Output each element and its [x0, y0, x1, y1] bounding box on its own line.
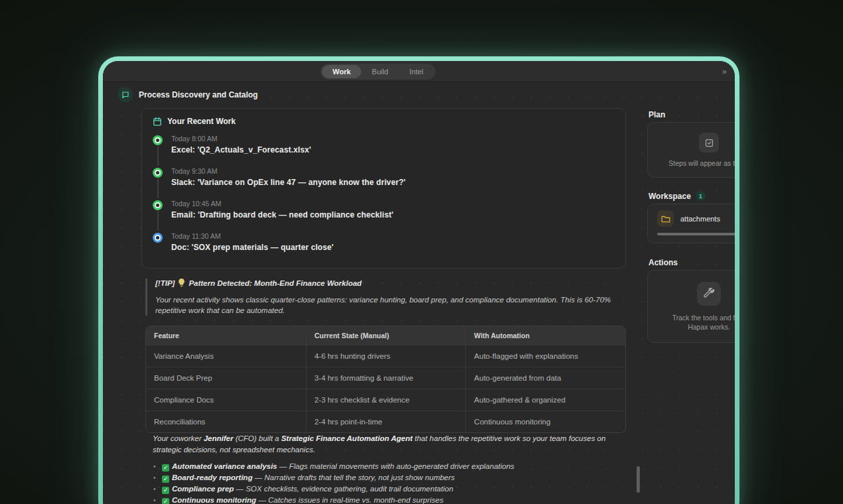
- table-cell: Compliance Docs: [146, 389, 306, 410]
- table-cell: 2-3 hrs checklist & evidence: [306, 389, 466, 410]
- feature-item: ✓Automated variance analysis — Flags mat…: [153, 461, 629, 472]
- table-row: Variance Analysis 4-6 hrs hunting driver…: [146, 345, 625, 367]
- plan-section-label: Plan: [649, 110, 665, 119]
- recent-work-title: Your Recent Work: [167, 117, 236, 126]
- timeline-timestamp: Today 10:45 AM: [171, 200, 394, 208]
- table-row: Board Deck Prep 3-4 hrs formatting & nar…: [146, 367, 625, 389]
- feature-item: ✓Board-ready reporting — Narrative draft…: [153, 472, 629, 483]
- check-icon: ✓: [162, 498, 169, 504]
- timeline-item: Today 9:30 AM Slack: 'Variance on OpEx l…: [153, 167, 615, 200]
- chat-bubble-icon: [117, 87, 133, 102]
- workspace-file-name: attachments: [680, 215, 720, 223]
- table-cell: Auto-generated from data: [465, 367, 625, 389]
- actions-section-label: Actions: [649, 258, 678, 267]
- collapse-panel-icon[interactable]: »: [722, 66, 727, 78]
- table-row: Reconciliations 2-4 hrs point-in-time Co…: [146, 410, 625, 432]
- timeline-activity: Email: 'Drafting board deck — need compl…: [171, 210, 394, 220]
- window-body: Work Build Intel » Process Discovery and…: [103, 61, 735, 504]
- timeline-done-icon: [153, 200, 163, 210]
- plan-empty-text: Steps will appear as tasks: [668, 159, 735, 167]
- timeline-activity: Doc: 'SOX prep materials — quarter close…: [171, 243, 334, 252]
- table-cell: Continuous monitoring: [465, 411, 625, 432]
- timeline-timestamp: Today 8:00 AM: [171, 135, 311, 143]
- table-cell: Variance Analysis: [146, 346, 306, 367]
- main-content: Process Discovery and Catalog Your Recen…: [103, 82, 735, 504]
- task-check-icon: [699, 133, 719, 153]
- page-header: Process Discovery and Catalog: [117, 87, 258, 102]
- tip-label: [!TIP]: [155, 279, 175, 287]
- timeline-activity: Excel: 'Q2_Actuals_v_Forecast.xlsx': [171, 145, 311, 155]
- lightbulb-icon: [178, 279, 185, 287]
- tip-title: Pattern Detected: Month-End Finance Work…: [189, 279, 361, 287]
- table-row: Compliance Docs 2-3 hrs checklist & evid…: [146, 389, 625, 410]
- recent-work-card: Your Recent Work Today 8:00 AM Excel: 'Q…: [141, 108, 626, 269]
- table-cell: 3-4 hrs formatting & narrative: [306, 367, 466, 389]
- table-cell: Board Deck Prep: [146, 367, 306, 389]
- check-icon: ✓: [162, 475, 169, 483]
- table-cell: 2-4 hrs point-in-time: [306, 411, 466, 432]
- coworker-paragraph: Your coworker Jennifer (CFO) built a Str…: [153, 433, 627, 456]
- timeline-item: Today 8:00 AM Excel: 'Q2_Actuals_v_Forec…: [153, 135, 615, 167]
- mode-tabs: Work Build Intel: [321, 64, 435, 80]
- table-cell: 4-6 hrs hunting drivers: [306, 346, 466, 367]
- workspace-count-badge: 1: [696, 191, 706, 201]
- workspace-scrollbar[interactable]: [657, 233, 735, 235]
- timeline-current-icon: [153, 233, 163, 243]
- timeline-item: Today 10:45 AM Email: 'Drafting board de…: [153, 200, 615, 232]
- table-cell: Auto-flagged with explanations: [465, 346, 625, 367]
- workspace-file-row[interactable]: attachments: [657, 210, 735, 227]
- column-header: Feature: [146, 326, 306, 345]
- workspace-card: attachments: [647, 204, 735, 243]
- timeline-done-icon: [153, 168, 163, 178]
- tab-intel[interactable]: Intel: [399, 65, 434, 78]
- workspace-section-label: Workspace 1: [649, 191, 706, 201]
- app-window: Work Build Intel » Process Discovery and…: [98, 56, 739, 504]
- timeline-done-icon: [153, 135, 163, 145]
- wrench-icon: [697, 282, 721, 306]
- feature-list: ✓Automated variance analysis — Flags mat…: [153, 461, 629, 504]
- folder-icon: [657, 210, 674, 227]
- tip-body: Your recent activity shows classic quart…: [155, 294, 626, 316]
- timeline-timestamp: Today 9:30 AM: [171, 167, 406, 175]
- tab-build[interactable]: Build: [361, 65, 398, 78]
- automation-table: Feature Current State (Manual) With Auto…: [145, 326, 626, 433]
- calendar-icon: [153, 117, 162, 126]
- tab-work[interactable]: Work: [322, 65, 361, 78]
- check-icon: ✓: [162, 487, 169, 494]
- timeline-timestamp: Today 11:30 AM: [171, 232, 334, 240]
- check-icon: ✓: [162, 464, 169, 472]
- timeline-item: Today 11:30 AM Doc: 'SOX prep materials …: [153, 232, 615, 252]
- column-header: Current State (Manual): [306, 326, 466, 345]
- chat-scrollbar[interactable]: [637, 466, 640, 493]
- page-title: Process Discovery and Catalog: [139, 90, 258, 99]
- table-cell: Auto-gathered & organized: [465, 389, 625, 410]
- actions-card: Track the tools and files Hapax works.: [647, 270, 735, 343]
- feature-item: ✓Continuous monitoring — Catches issues …: [153, 495, 629, 504]
- window-topbar: Work Build Intel »: [103, 61, 735, 82]
- tip-callout: [!TIP] Pattern Detected: Month-End Finan…: [145, 279, 626, 316]
- plan-card: Steps will appear as tasks: [647, 122, 735, 178]
- table-cell: Reconciliations: [146, 411, 306, 432]
- table-header-row: Feature Current State (Manual) With Auto…: [146, 326, 625, 345]
- feature-item: ✓Compliance prep — SOX checklists, evide…: [153, 483, 629, 495]
- actions-empty-text: Track the tools and files Hapax works.: [672, 313, 735, 332]
- column-header: With Automation: [465, 326, 625, 345]
- timeline-activity: Slack: 'Variance on OpEx line 47 — anyon…: [171, 178, 406, 187]
